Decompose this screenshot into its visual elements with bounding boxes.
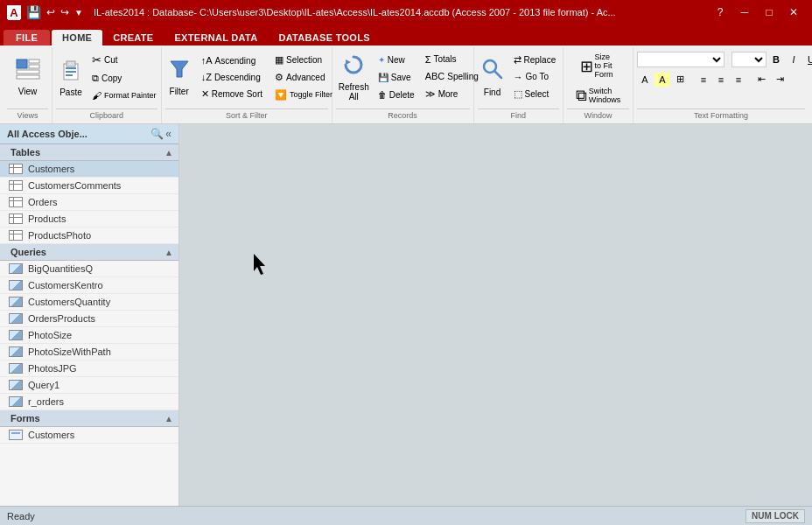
- nav-collapse-icon[interactable]: «: [165, 128, 172, 140]
- tab-create[interactable]: CREATE: [102, 30, 164, 46]
- align-right-button[interactable]: ≡: [731, 73, 746, 87]
- undo-btn[interactable]: ↩: [46, 6, 55, 18]
- remove-sort-button[interactable]: ✕ Remove Sort: [197, 86, 267, 102]
- goto-button[interactable]: → Go To: [509, 69, 561, 85]
- svg-marker-10: [171, 61, 188, 77]
- query-item-bigquantitiesq[interactable]: BigQuantitiesQ: [0, 261, 178, 277]
- window-group: ⊞ Size to Fit Form ⧉ Switch Windows Wind…: [564, 47, 634, 123]
- font-name-select[interactable]: [637, 52, 724, 67]
- find-label-group: Find: [478, 108, 559, 122]
- views-group: View Views: [4, 47, 52, 123]
- ribbon: View Views Paste: [0, 46, 812, 124]
- table-item-customers[interactable]: Customers: [0, 161, 178, 178]
- quick-save-btn[interactable]: 💾: [26, 5, 41, 19]
- find-button[interactable]: Find: [478, 51, 508, 103]
- advanced-button[interactable]: ⚙ Advanced: [270, 69, 337, 86]
- query-item-customerskentro[interactable]: CustomersKentro: [0, 277, 178, 294]
- find-group: Find ⇄ Replace → Go To ⬚ Select Find: [474, 47, 564, 123]
- delete-record-button[interactable]: 🗑 Delete: [374, 88, 419, 102]
- forms-section-label: Forms: [10, 413, 40, 424]
- indent-more-button[interactable]: ⇥: [772, 72, 788, 87]
- redo-btn[interactable]: ↪: [60, 6, 69, 18]
- queries-section-label: Queries: [10, 247, 46, 257]
- align-center-button[interactable]: ≡: [713, 73, 729, 87]
- nav-header[interactable]: All Access Obje... 🔍 «: [0, 124, 178, 144]
- tab-home[interactable]: HOME: [52, 30, 102, 46]
- content-canvas: [179, 124, 812, 506]
- table-name-customers: Customers: [28, 164, 74, 174]
- switch-windows-button[interactable]: ⧉ Switch Windows: [574, 84, 623, 108]
- tab-external-data[interactable]: EXTERNAL DATA: [164, 30, 268, 46]
- help-button[interactable]: ?: [709, 4, 732, 21]
- queries-collapse-icon[interactable]: ▲: [164, 248, 173, 257]
- filter-button[interactable]: Filter: [165, 51, 193, 103]
- align-left-button[interactable]: ≡: [696, 73, 711, 87]
- query-item-ordersproducts[interactable]: OrdersProducts: [0, 311, 178, 327]
- forms-section-header[interactable]: Forms ▲: [0, 410, 178, 427]
- underline-button[interactable]: U: [803, 52, 812, 66]
- replace-icon: ⇄: [514, 54, 522, 66]
- maximize-button[interactable]: □: [758, 4, 780, 21]
- format-painter-button[interactable]: 🖌 Format Painter: [88, 88, 161, 103]
- tab-database-tools[interactable]: DATABASE TOOLS: [268, 30, 380, 46]
- query-item-photosjpg[interactable]: PhotosJPG: [0, 360, 178, 377]
- svg-rect-2: [29, 65, 39, 68]
- table-item-customers-comments[interactable]: CustomersComments: [0, 178, 178, 194]
- query-item-photosizewithpath[interactable]: PhotoSizeWithPath: [0, 344, 178, 360]
- query-item-query1[interactable]: Query1: [0, 377, 178, 394]
- font-color-button[interactable]: A: [637, 73, 653, 87]
- sort-filter-label: Sort & Filter: [165, 108, 328, 122]
- toggle-filter-icon: 🔽: [275, 89, 287, 101]
- view-button[interactable]: View: [7, 51, 48, 103]
- title-bar: A 💾 ↩ ↪ ▼ IL-ates2014 : Database- C:\Use…: [0, 0, 812, 24]
- queries-section-header[interactable]: Queries ▲: [0, 244, 178, 261]
- nav-search-icon[interactable]: 🔍: [150, 128, 164, 140]
- save-record-button[interactable]: 💾 Save: [374, 70, 419, 85]
- query-item-r-orders[interactable]: r_orders: [0, 394, 178, 410]
- new-record-button[interactable]: ✦ New: [374, 52, 419, 67]
- toggle-filter-button[interactable]: 🔽 Toggle Filter: [270, 87, 337, 103]
- indent-less-button[interactable]: ⇤: [753, 72, 770, 87]
- tab-file[interactable]: FILE: [4, 30, 50, 46]
- forms-collapse-icon[interactable]: ▲: [164, 414, 173, 424]
- refresh-icon: [342, 53, 365, 82]
- replace-button[interactable]: ⇄ Replace: [509, 52, 561, 68]
- close-button[interactable]: ✕: [782, 4, 805, 21]
- copy-button[interactable]: ⧉ Copy: [88, 70, 161, 87]
- content-area: [179, 124, 812, 506]
- descending-sort-button[interactable]: ↓Z Descending: [197, 69, 267, 85]
- select-button[interactable]: ⬚ Select: [509, 86, 561, 102]
- refresh-all-button[interactable]: Refresh All: [336, 51, 372, 104]
- query-name-customersquantity: CustomersQuantity: [28, 297, 110, 307]
- form-item-customers[interactable]: Customers: [0, 427, 178, 444]
- table-item-products-photo[interactable]: ProductsPhoto: [0, 228, 178, 244]
- advanced-icon: ⚙: [275, 72, 284, 83]
- highlight-button[interactable]: A: [654, 73, 670, 87]
- filter-label: Filter: [170, 87, 189, 96]
- selection-button[interactable]: ▦ Selection: [270, 52, 337, 68]
- table-item-products[interactable]: Products: [0, 211, 178, 228]
- query-item-photosize[interactable]: PhotoSize: [0, 327, 178, 344]
- bold-button[interactable]: B: [768, 52, 784, 66]
- cut-button[interactable]: ✂ Cut: [88, 51, 161, 69]
- cursor-arrow: [254, 254, 265, 275]
- customize-qat[interactable]: ▼: [74, 8, 83, 18]
- size-to-fit-button[interactable]: ⊞ Size to Fit Form: [578, 51, 620, 82]
- records-group: Refresh All ✦ New 💾 Save 🗑 Delete Σ: [332, 47, 474, 123]
- italic-button[interactable]: I: [786, 52, 802, 66]
- totals-icon: Σ: [425, 54, 431, 65]
- paste-button[interactable]: Paste: [56, 51, 86, 103]
- ascending-sort-button[interactable]: ↑A Ascending: [197, 52, 267, 68]
- gridlines-button[interactable]: ⊞: [672, 72, 689, 87]
- query-item-customersquantity[interactable]: CustomersQuantity: [0, 294, 178, 311]
- table-item-orders[interactable]: Orders: [0, 194, 178, 211]
- font-size-select[interactable]: [732, 52, 766, 67]
- size-to-fit-icon: ⊞: [580, 57, 593, 76]
- tables-collapse-icon[interactable]: ▲: [164, 148, 173, 158]
- minimize-button[interactable]: ─: [733, 4, 756, 21]
- query-icon-query1: [9, 380, 23, 390]
- num-lock-indicator: NUM LOCK: [746, 509, 805, 523]
- sort-filter-group: Filter ↑A Ascending ↓Z Descending ✕ Remo…: [162, 47, 332, 123]
- tables-section-header[interactable]: Tables ▲: [0, 144, 178, 161]
- spelling-icon: ABC: [425, 71, 445, 81]
